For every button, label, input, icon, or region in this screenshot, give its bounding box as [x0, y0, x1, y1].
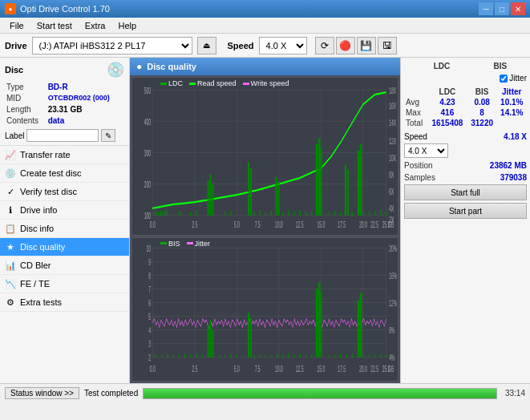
speed-select[interactable]: 4.0 X	[259, 37, 307, 55]
toolbar-btn-3[interactable]: 💾	[357, 37, 376, 55]
max-bis: 8	[467, 107, 497, 118]
svg-text:GB: GB	[388, 364, 394, 374]
drive-select[interactable]: (J:) ATAPI iHBS312 2 PL17	[32, 37, 192, 55]
max-jitter: 14.1%	[497, 107, 527, 118]
menu-help[interactable]: Help	[111, 19, 143, 32]
toolbar-btn-2[interactable]: 🔴	[336, 37, 355, 55]
ldc-legend-dot	[160, 83, 167, 85]
disc-info-table: Type BD-R MID OTCBDR002 (000) Length 23.…	[5, 81, 124, 127]
svg-text:12.5: 12.5	[296, 220, 304, 229]
svg-rect-64	[225, 212, 225, 216]
svg-text:12%: 12%	[389, 298, 397, 309]
svg-rect-79	[351, 212, 352, 216]
svg-rect-171	[380, 353, 381, 357]
svg-text:2.5: 2.5	[192, 364, 197, 374]
svg-text:17.5: 17.5	[338, 220, 346, 229]
svg-rect-167	[351, 353, 352, 357]
minimize-button[interactable]: ─	[479, 2, 493, 15]
nav-label-disc-info: Disc info	[20, 224, 54, 233]
svg-text:4X: 4X	[389, 204, 394, 213]
svg-text:400: 400	[144, 118, 152, 127]
app-icon: ●	[5, 3, 16, 14]
full-stats-table: LDC BIS Jitter Avg 4.23 0.08 10.1% Max 4…	[404, 87, 527, 128]
svg-rect-51	[179, 212, 180, 216]
mid-value: OTCBDR002 (000)	[48, 94, 123, 103]
total-ldc: 1615408	[427, 118, 467, 128]
svg-text:10X: 10X	[389, 154, 396, 163]
eject-button[interactable]: ⏏	[197, 37, 216, 55]
svg-rect-144	[360, 293, 362, 357]
jitter-legend-label: Jitter	[195, 240, 211, 248]
nav-item-transfer-rate[interactable]: 📈 Transfer rate	[0, 146, 129, 164]
read-speed-legend-label: Read speed	[197, 79, 237, 87]
svg-text:200: 200	[144, 180, 152, 189]
toolbar-btn-4[interactable]: 🖫	[378, 37, 397, 55]
toolbar-btn-1[interactable]: ⟳	[315, 37, 334, 55]
total-bis: 31220	[467, 118, 497, 128]
svg-rect-71	[288, 211, 289, 216]
svg-rect-80	[363, 212, 364, 216]
col-header-bis: BIS	[474, 61, 527, 71]
svg-rect-138	[248, 313, 249, 357]
position-label: Position	[404, 161, 433, 170]
stats-row-total: Total 1615408 31220	[404, 118, 527, 128]
nav-item-drive-info[interactable]: ℹ Drive info	[0, 201, 129, 220]
speed-target-select[interactable]: 4.0 X	[404, 143, 448, 158]
nav-item-disc-info[interactable]: 📋 Disc info	[0, 220, 129, 238]
menu-file[interactable]: File	[3, 19, 30, 32]
svg-rect-47	[209, 175, 211, 216]
svg-rect-74	[305, 212, 306, 216]
menu-start-test[interactable]: Start test	[30, 19, 79, 32]
position-value: 23862 MB	[490, 161, 527, 170]
app-title: Opti Drive Control 1.70	[20, 4, 110, 14]
avg-bis: 0.08	[467, 97, 497, 107]
create-test-disc-icon: 💿	[5, 168, 16, 179]
nav-item-cd-bler[interactable]: 📊 CD Bler	[0, 256, 129, 275]
sidebar-nav: 📈 Transfer rate 💿 Create test disc ✓ Ver…	[0, 146, 129, 383]
svg-text:6X: 6X	[389, 188, 394, 196]
svg-rect-140	[316, 289, 318, 357]
svg-text:2: 2	[148, 353, 151, 363]
th-ldc: LDC	[427, 87, 467, 97]
chart-header: ● Disc quality	[130, 58, 400, 75]
legend-write-speed: Write speed	[243, 79, 289, 87]
svg-rect-56	[277, 182, 279, 216]
svg-rect-75	[311, 211, 312, 216]
menu-extra[interactable]: Extra	[79, 19, 112, 32]
jitter-label: Jitter	[509, 74, 527, 83]
status-time: 33:14	[505, 389, 525, 398]
nav-item-extra-tests[interactable]: ⚙ Extra tests	[0, 293, 129, 312]
jitter-legend-dot	[187, 242, 193, 244]
nav-item-disc-quality[interactable]: ★ Disc quality	[0, 238, 129, 256]
nav-item-fe-te[interactable]: 📉 FE / TE	[0, 275, 129, 293]
svg-rect-133	[179, 354, 180, 357]
svg-text:20%: 20%	[389, 244, 397, 254]
contents-value: data	[48, 116, 123, 126]
svg-rect-153	[259, 353, 260, 357]
svg-rect-160	[300, 353, 301, 357]
th-jitter: Jitter	[497, 87, 527, 97]
label-input[interactable]	[26, 129, 99, 142]
status-window-button[interactable]: Status window >>	[5, 387, 79, 399]
statusbar: Status window >> Test completed 33:14	[0, 383, 530, 402]
svg-text:5: 5	[148, 312, 151, 322]
svg-rect-159	[293, 354, 294, 357]
svg-rect-49	[248, 162, 249, 215]
label-edit-button[interactable]: ✎	[101, 129, 115, 142]
svg-rect-67	[259, 211, 260, 216]
jitter-checkbox[interactable]	[500, 75, 508, 83]
start-part-button[interactable]: Start part	[404, 203, 527, 219]
nav-item-verify-test-disc[interactable]: ✓ Verify test disc	[0, 183, 129, 201]
nav-label-cd-bler: CD Bler	[20, 260, 51, 270]
max-ldc: 416	[427, 107, 467, 118]
svg-rect-59	[321, 147, 322, 215]
nav-item-create-test-disc[interactable]: 💿 Create test disc	[0, 164, 129, 183]
svg-rect-139	[250, 317, 252, 357]
start-full-button[interactable]: Start full	[404, 184, 527, 200]
samples-value: 379038	[500, 173, 527, 182]
svg-rect-150	[230, 353, 231, 357]
svg-rect-60	[345, 165, 346, 216]
svg-text:0.0: 0.0	[150, 364, 156, 374]
maximize-button[interactable]: □	[495, 2, 509, 15]
close-button[interactable]: ✕	[511, 2, 525, 15]
